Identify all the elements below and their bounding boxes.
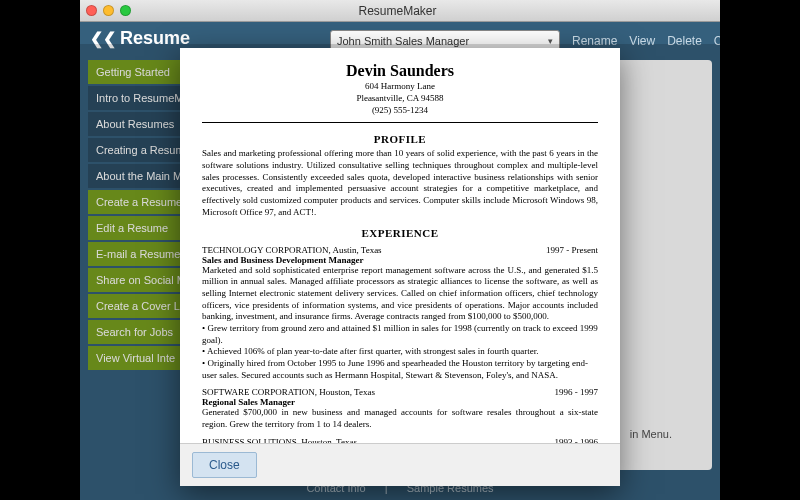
zoom-window-icon[interactable]	[120, 5, 131, 16]
job-body: Marketed and sold sophisticated enterpri…	[202, 265, 598, 323]
resume-name: Devin Saunders	[202, 62, 598, 80]
job-entry: TECHNOLOGY CORPORATION, Austin, Texas199…	[202, 245, 598, 382]
job-header: SOFTWARE CORPORATION, Houston, Texas1996…	[202, 387, 598, 397]
job-company: SOFTWARE CORPORATION, Houston, Texas	[202, 387, 375, 397]
job-dates: 1997 - Present	[546, 245, 598, 255]
minimize-window-icon[interactable]	[103, 5, 114, 16]
resume-scroll-area[interactable]: Devin Saunders 604 Harmony Lane Pleasant…	[180, 48, 620, 443]
resume-preview-modal: Devin Saunders 604 Harmony Lane Pleasant…	[180, 48, 620, 486]
profile-heading: PROFILE	[202, 133, 598, 145]
job-bullet: • Grew territory from ground zero and at…	[202, 323, 598, 346]
job-entry: BUSINESS SOLUTIONS, Houston, Texas1993 -…	[202, 437, 598, 443]
modal-footer: Close	[180, 443, 620, 486]
job-bullet: • Originally hired from October 1995 to …	[202, 358, 598, 381]
job-dates: 1996 - 1997	[555, 387, 599, 397]
job-company: BUSINESS SOLUTIONS, Houston, Texas	[202, 437, 357, 443]
job-header: TECHNOLOGY CORPORATION, Austin, Texas199…	[202, 245, 598, 255]
window-title: ResumeMaker	[131, 4, 664, 18]
resume-divider	[202, 122, 598, 123]
experience-heading: EXPERIENCE	[202, 227, 598, 239]
modal-overlay: Devin Saunders 604 Harmony Lane Pleasant…	[80, 44, 720, 500]
close-button[interactable]: Close	[192, 452, 257, 478]
titlebar: ResumeMaker	[80, 0, 720, 22]
profile-body: Sales and marketing professional offerin…	[202, 148, 598, 218]
job-title: Regional Sales Manager	[202, 397, 598, 407]
job-entry: SOFTWARE CORPORATION, Houston, Texas1996…	[202, 387, 598, 430]
job-bullet: • Achieved 106% of plan year-to-date aft…	[202, 346, 598, 358]
job-header: BUSINESS SOLUTIONS, Houston, Texas1993 -…	[202, 437, 598, 443]
close-window-icon[interactable]	[86, 5, 97, 16]
resume-contact: 604 Harmony Lane Pleasantville, CA 94588…	[202, 80, 598, 116]
job-company: TECHNOLOGY CORPORATION, Austin, Texas	[202, 245, 382, 255]
traffic-lights	[86, 5, 131, 16]
job-title: Sales and Business Development Manager	[202, 255, 598, 265]
job-body: Generated $700,000 in new business and m…	[202, 407, 598, 430]
job-dates: 1993 - 1996	[555, 437, 599, 443]
